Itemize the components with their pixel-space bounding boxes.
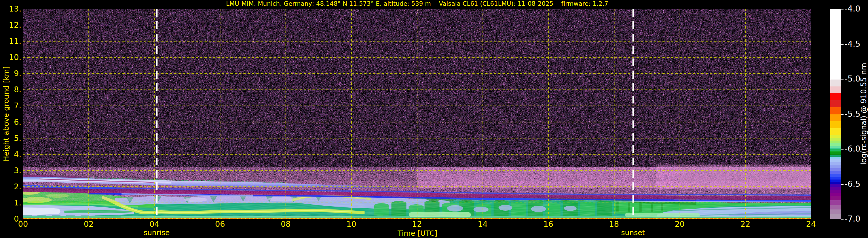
vivid-blue-segment-afternoon — [450, 199, 549, 199]
x-tick-label: 00 — [10, 220, 36, 229]
vivid-blue-segment-night — [696, 201, 811, 201]
colorbar-tick-mark — [841, 149, 843, 150]
colorbar-tick-mark — [841, 44, 843, 44]
y-axis-label: Height above ground [km] — [2, 66, 10, 161]
x-tick-label: 22 — [732, 220, 758, 229]
sunrise-label: sunrise — [133, 229, 180, 237]
colorbar-tick-label: -4.5 — [845, 39, 868, 49]
colorbar-label: log(rc-signal) @ 910.55 nm — [859, 63, 868, 165]
y-tick-label: 5. — [0, 133, 21, 143]
y-tick-label: 3. — [0, 166, 21, 176]
x-tick-label: 14 — [470, 220, 496, 229]
colorbar-tick-label: -6.5 — [845, 179, 868, 189]
heatmap-plot-area — [23, 9, 811, 219]
y-tick-label: 2. — [0, 182, 21, 191]
colorbar-tick-mark — [841, 114, 843, 115]
x-axis-label: Time [UTC] — [383, 229, 452, 237]
x-tick-label: 08 — [272, 220, 299, 229]
x-tick-label: 10 — [338, 220, 365, 229]
x-tick-label: 04 — [141, 220, 167, 229]
y-tick-label: 12. — [0, 20, 21, 30]
colorbar-tick-label: -7.0 — [845, 214, 868, 224]
x-tick-label: 12 — [404, 220, 430, 229]
colorbar — [830, 9, 841, 219]
colorbar-tick-mark — [841, 219, 843, 219]
x-tick-label: 16 — [535, 220, 562, 229]
plot-title: LMU-MIM, Munich, Germany; 48.148° N 11.5… — [23, 0, 811, 7]
heatmap-canvas — [23, 9, 811, 219]
colorbar-tick-mark — [841, 184, 843, 185]
y-tick-label: 6. — [0, 117, 21, 127]
y-tick-label: 1. — [0, 198, 21, 208]
x-tick-label: 18 — [601, 220, 627, 229]
colorbar-tick-mark — [841, 79, 843, 80]
y-tick-label: 8. — [0, 85, 21, 94]
ceilometer-quicklook-page: LMU-MIM, Munich, Germany; 48.148° N 11.5… — [0, 0, 868, 238]
y-tick-label: 4. — [0, 150, 21, 159]
colorbar-tick-label: -4.0 — [845, 4, 868, 14]
x-tick-label: 24 — [798, 220, 824, 229]
sunset-label: sunset — [610, 229, 656, 237]
x-tick-label: 06 — [207, 220, 233, 229]
y-tick-label: 10. — [0, 53, 21, 62]
y-tick-label: 11. — [0, 36, 21, 46]
y-tick-label: 9. — [0, 68, 21, 78]
x-tick-label: 02 — [75, 220, 102, 229]
colorbar-tick-mark — [841, 9, 843, 9]
y-tick-label: 7. — [0, 101, 21, 111]
y-tick-label: 13. — [0, 4, 21, 14]
x-tick-label: 20 — [666, 220, 693, 229]
